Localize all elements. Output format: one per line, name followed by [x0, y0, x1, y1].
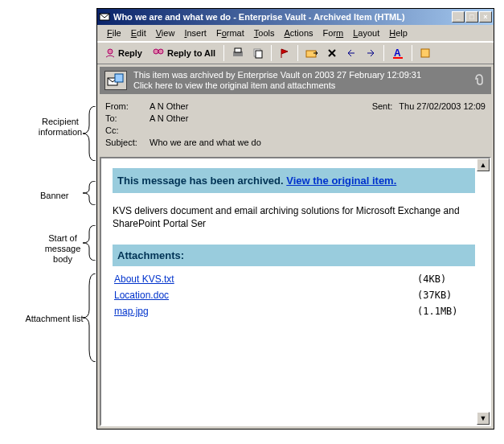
svg-point-4 [108, 49, 113, 54]
message-body-pane: ▲ ▼ This message has been archived. View… [100, 157, 491, 426]
menu-layout[interactable]: Layout [348, 27, 384, 39]
cc-value [150, 125, 486, 135]
brace-banner [83, 181, 97, 205]
attachment-size: (1.1MB) [417, 306, 473, 317]
menu-insert[interactable]: Insert [179, 27, 211, 39]
body-text: KVS delivers document and email archivin… [113, 204, 475, 230]
brace-msgbody [83, 225, 97, 261]
next-button[interactable] [362, 44, 379, 62]
svg-rect-8 [235, 48, 241, 52]
reply-all-button[interactable]: Reply to All [148, 44, 219, 62]
attachment-size: (4KB) [417, 273, 473, 285]
to-label: To: [105, 113, 150, 123]
annot-banner: Banner [40, 191, 68, 201]
attachment-row: Location.doc(37KB) [113, 287, 475, 303]
menu-help[interactable]: Help [384, 27, 412, 39]
email-window: Who we are and what we do - Enterprise V… [96, 8, 494, 430]
subject-value: Who we are and what we do [150, 138, 486, 147]
toolbar: Reply Reply to All A [97, 42, 494, 64]
brace-recipient [83, 106, 97, 161]
print-button[interactable] [228, 44, 248, 62]
vault-button[interactable] [416, 44, 436, 62]
menu-tools[interactable]: Tools [249, 27, 280, 39]
svg-point-5 [154, 49, 158, 54]
attachment-icon[interactable] [472, 72, 486, 89]
from-label: From: [105, 101, 150, 111]
attachment-link[interactable]: map.jpg [114, 306, 149, 317]
message-body[interactable]: This message has been archived. View the… [101, 158, 490, 425]
ev-banner-icon [104, 71, 127, 90]
minimize-button[interactable]: _ [452, 11, 465, 23]
attachment-size: (37KB) [417, 290, 473, 301]
close-button[interactable]: × [479, 11, 492, 23]
menu-actions[interactable]: Actions [279, 27, 318, 39]
annot-recipient: Recipient information [32, 117, 88, 138]
prev-button[interactable] [342, 44, 360, 62]
menu-format[interactable]: Format [211, 27, 249, 39]
svg-rect-14 [421, 49, 429, 57]
attachment-link[interactable]: Location.doc [114, 290, 169, 301]
menu-bar: File Edit View Insert Format Tools Actio… [97, 25, 494, 42]
svg-rect-10 [256, 51, 262, 58]
message-headers: From: A N Other Sent: Thu 27/02/2003 12:… [97, 97, 494, 154]
menu-edit[interactable]: Edit [126, 27, 151, 39]
window-title: Who we are and what we do - Enterprise V… [113, 12, 452, 22]
cc-label: Cc: [105, 125, 150, 135]
ev-banner-text: This item was archived by Enterprise Vau… [133, 70, 472, 91]
move-button[interactable] [302, 44, 322, 62]
menu-view[interactable]: View [151, 27, 180, 39]
title-bar[interactable]: Who we are and what we do - Enterprise V… [97, 9, 494, 25]
app-icon [99, 11, 110, 23]
archived-banner: This message has been archived. View the… [113, 168, 475, 193]
menu-form[interactable]: Form [318, 27, 349, 39]
svg-text:A: A [394, 47, 401, 59]
menu-file[interactable]: File [102, 27, 126, 39]
maximize-button[interactable]: □ [465, 11, 478, 23]
sent-label: Sent: [372, 101, 393, 111]
svg-rect-16 [115, 74, 123, 82]
annot-msgbody: Start of message body [39, 233, 87, 265]
svg-rect-13 [393, 57, 403, 59]
attachments-header: Attachments: [113, 245, 475, 266]
flag-button[interactable] [276, 44, 293, 62]
reply-button[interactable]: Reply [100, 44, 146, 62]
copy-button[interactable] [249, 44, 267, 62]
from-value: A N Other [150, 101, 372, 111]
view-original-link[interactable]: View the original item. [286, 175, 396, 187]
attachment-row: map.jpg(1.1MB) [113, 303, 475, 319]
font-color-button[interactable]: A [388, 44, 408, 62]
sent-value: Thu 27/02/2003 12:09 [399, 101, 486, 111]
brace-attlist [83, 273, 97, 362]
ev-archive-banner[interactable]: This item was archived by Enterprise Vau… [100, 67, 491, 94]
attachment-row: About KVS.txt(4KB) [113, 271, 475, 287]
svg-rect-11 [306, 51, 316, 57]
delete-button[interactable] [323, 44, 341, 62]
to-value: A N Other [150, 113, 486, 123]
svg-point-6 [158, 49, 163, 54]
annot-attlist: Attachment list [24, 314, 84, 324]
attachment-link[interactable]: About KVS.txt [114, 273, 174, 285]
subject-label: Subject: [105, 138, 150, 147]
